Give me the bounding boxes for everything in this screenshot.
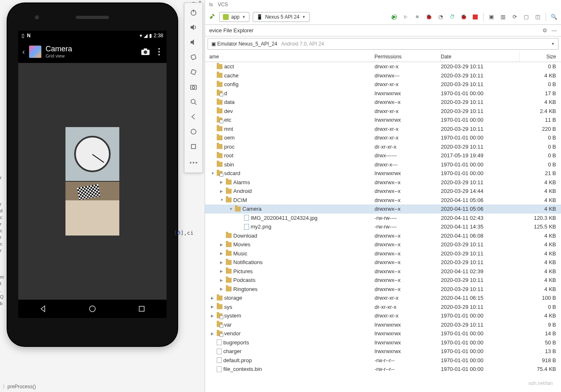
tree-row[interactable]: varlrwxrwxrwx2020-03-29 10:119 B — [205, 320, 561, 329]
tree-row[interactable]: DCIMdrwxrwx--x2020-04-11 05:064 KB — [205, 196, 561, 205]
stop-icon[interactable] — [472, 13, 479, 21]
device-selector[interactable]: 📱 Nexus 5 API 24 ▼ — [253, 12, 310, 22]
coverage-icon[interactable]: ◔ — [437, 13, 444, 21]
tree-row[interactable]: IMG_20200411_024324.jpg-rw-rw----2020-04… — [205, 214, 561, 223]
emulator-screen[interactable]: ▯ N ▾ ◢ ▮ 2:38 ‹ Camera Grid view — [18, 31, 167, 318]
debug-icon[interactable]: 🐞 — [425, 13, 433, 21]
build-hammer-icon[interactable] — [208, 13, 216, 21]
power-icon[interactable] — [186, 5, 201, 19]
disclosure-triangle-icon[interactable] — [211, 332, 215, 336]
tree-row[interactable]: mntdrwxr-xr-x2020-03-29 10:11220 B — [205, 125, 561, 134]
disclosure-triangle-icon[interactable] — [220, 287, 224, 291]
rotate-left-icon[interactable] — [186, 50, 201, 64]
tree-row[interactable]: file_contexts.bin-rw-r--r--1970-01-01 00… — [205, 365, 561, 374]
disclosure-triangle-icon[interactable] — [220, 198, 224, 202]
tree-row[interactable]: storagedrwxr-xr-x2020-04-11 06:15100 B — [205, 293, 561, 303]
layout-inspector-icon[interactable]: ▢ — [522, 13, 530, 21]
col-date[interactable]: Date — [441, 51, 520, 62]
resource-manager-icon[interactable]: ◫ — [534, 13, 542, 21]
tree-row[interactable]: Notificationsdrwxrwx--x2020-03-29 10:114… — [205, 258, 561, 267]
col-permissions[interactable]: Permissions — [375, 51, 441, 62]
col-name[interactable]: ame — [209, 51, 375, 62]
tree-row[interactable]: configdrwxr-xr-x2020-03-29 10:110 B — [205, 80, 561, 89]
tree-row[interactable]: bugreportslrwxrwxrwx1970-01-01 00:0050 B — [205, 338, 561, 347]
nav-home-icon[interactable] — [88, 305, 97, 313]
tree-row[interactable]: vendorlrwxrwxrwx1970-01-01 00:0014 B — [205, 329, 561, 338]
menu-item[interactable]: ls — [209, 2, 213, 7]
menu-item[interactable]: VCS — [218, 2, 228, 7]
overview-button-icon[interactable] — [186, 139, 201, 154]
zoom-icon[interactable] — [186, 95, 201, 109]
disclosure-triangle-icon[interactable] — [220, 189, 224, 193]
back-button-icon[interactable] — [186, 110, 201, 124]
disclosure-triangle-icon[interactable] — [211, 314, 215, 318]
disclosure-triangle-icon[interactable] — [220, 251, 224, 255]
more-icon[interactable] — [186, 154, 201, 168]
tree-row[interactable]: Ringtonesdrwxrwx--x2020-03-29 10:114 KB — [205, 285, 561, 294]
run-tests-icon[interactable]: ≡ — [413, 13, 421, 21]
breadcrumb[interactable]: 〉preProcess() — [2, 383, 36, 390]
sdk-manager-icon[interactable]: ▥ — [499, 13, 507, 21]
home-button-icon[interactable] — [186, 125, 201, 139]
tree-row[interactable]: oemdrwxr-xr-x1970-01-01 00:000 B — [205, 133, 561, 142]
hide-panel-icon[interactable]: — — [551, 27, 557, 34]
tree-row[interactable]: Alarmsdrwxrwx--x2020-03-29 10:114 KB — [205, 178, 561, 187]
tree-row[interactable]: Podcastsdrwxrwx--x2020-03-29 10:114 KB — [205, 276, 561, 285]
disclosure-triangle-icon[interactable] — [229, 207, 233, 211]
camera-icon[interactable] — [141, 48, 150, 55]
tree-row[interactable]: rootdrwx------2017-05-19 19:490 B — [205, 151, 561, 160]
rotate-right-icon[interactable] — [186, 65, 201, 79]
profile-icon[interactable]: ⏱ — [448, 13, 456, 21]
overflow-menu-icon[interactable] — [158, 48, 160, 55]
gallery-thumb-room[interactable] — [65, 182, 119, 236]
tree-row[interactable]: Musicdrwxrwx--x2020-03-29 10:114 KB — [205, 249, 561, 258]
tree-row[interactable]: Androiddrwxrwx--x2020-03-29 14:444 KB — [205, 187, 561, 196]
tree-row[interactable]: my2.png-rw-rw----2020-04-11 14:35125.5 K… — [205, 222, 561, 231]
tree-row[interactable]: datadrwxrwx--x2020-03-29 10:114 KB — [205, 98, 561, 107]
tree-row[interactable]: Picturesdrwxrwx--x2020-04-11 02:394 KB — [205, 267, 561, 276]
run-config-selector[interactable]: app ▼ — [219, 12, 249, 22]
tree-row[interactable]: sbindrwxr-x---1970-01-01 00:000 B — [205, 160, 561, 169]
tree-row[interactable]: cachedrwxrwx---2020-03-29 10:114 KB — [205, 71, 561, 80]
nav-back-icon[interactable] — [39, 305, 47, 313]
tree-row[interactable]: dlrwxrwxrwx1970-01-01 00:0017 B — [205, 89, 561, 98]
disclosure-triangle-icon[interactable] — [220, 243, 224, 247]
disclosure-triangle-icon[interactable] — [220, 260, 224, 265]
volume-down-icon[interactable] — [186, 35, 201, 49]
disclosure-triangle-icon[interactable] — [211, 305, 215, 309]
tree-row[interactable]: default.prop-rw-r--r--1970-01-01 00:0091… — [205, 356, 561, 365]
gear-icon[interactable]: ⚙ — [542, 27, 547, 34]
run-icon[interactable] — [390, 13, 398, 21]
sync-icon[interactable]: ⟳ — [511, 13, 518, 21]
tree-row[interactable]: chargerlrwxrwxrwx1970-01-01 00:0013 B — [205, 347, 561, 356]
rerun-icon[interactable] — [402, 13, 409, 21]
gallery-grid[interactable] — [18, 63, 167, 300]
tree-row[interactable]: devdrwxr-xr-x2020-03-29 10:112.4 KB — [205, 107, 561, 116]
tree-row[interactable]: Cameradrwxrwx--x2020-04-11 05:064 KB — [205, 204, 561, 214]
gallery-thumb-gauge[interactable] — [65, 127, 119, 181]
disclosure-triangle-icon[interactable] — [220, 269, 224, 273]
tree-row[interactable]: systemdrwxr-xr-x1970-01-01 00:004 KB — [205, 311, 561, 320]
avd-manager-icon[interactable]: ▣ — [488, 13, 495, 21]
disclosure-triangle-icon[interactable] — [211, 296, 215, 300]
tree-row[interactable]: etclrwxrwxrwx1970-01-01 00:0011 B — [205, 115, 561, 125]
device-dropdown[interactable]: ▣ Emulator Nexus_5_API_24 Android 7.0, A… — [208, 38, 559, 50]
disclosure-triangle-icon[interactable] — [220, 278, 224, 282]
tree-row[interactable]: sysdr-xr-xr-x2020-03-29 10:110 B — [205, 303, 561, 312]
col-size[interactable]: Size — [520, 51, 561, 62]
volume-up-icon[interactable] — [186, 20, 201, 34]
back-icon[interactable]: ‹ — [22, 48, 25, 56]
tree-row[interactable]: Moviesdrwxrwx--x2020-03-29 10:114 KB — [205, 240, 561, 249]
disclosure-triangle-icon[interactable] — [211, 171, 215, 176]
attach-debugger-icon[interactable]: 🐞 — [460, 13, 467, 21]
file-tree[interactable]: acctdrwxr-xr-x2020-03-29 10:110 Bcachedr… — [205, 62, 561, 392]
nav-recent-icon[interactable] — [138, 305, 146, 313]
tree-row[interactable]: acctdrwxr-xr-x2020-03-29 10:110 B — [205, 62, 561, 71]
tree-row[interactable]: Downloaddrwxrwx--x2020-04-11 06:084 KB — [205, 231, 561, 240]
screenshot-icon[interactable] — [186, 80, 201, 94]
disclosure-triangle-icon[interactable] — [220, 180, 224, 184]
search-icon[interactable]: 🔍 — [550, 13, 558, 21]
tree-row[interactable]: sdcardlrwxrwxrwx1970-01-01 00:0021 B — [205, 169, 561, 178]
tree-column-headers[interactable]: ame Permissions Date Size — [205, 51, 561, 62]
tree-row[interactable]: procdr-xr-xr-x2020-03-29 10:110 B — [205, 142, 561, 152]
